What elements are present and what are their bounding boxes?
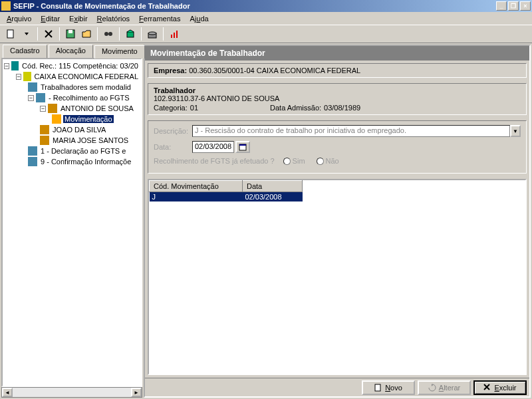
empresa-label: Empresa: (154, 66, 187, 74)
people-icon (28, 157, 37, 166)
tree-worker1[interactable]: ANTONIO DE SOUSA (59, 104, 135, 112)
grid-col-cod[interactable]: Cód. Movimentação (150, 181, 243, 192)
menu-relatorios[interactable]: Relatórios (93, 13, 134, 24)
person-icon (40, 125, 49, 134)
person-icon (40, 136, 49, 145)
expand-icon[interactable]: − (4, 63, 9, 69)
toolbar-binoculars-icon[interactable] (100, 27, 116, 41)
people-icon (36, 93, 45, 102)
people-icon (28, 146, 37, 156)
calendar-icon[interactable] (235, 141, 250, 153)
sim-label: Sim (293, 157, 305, 165)
svg-rect-8 (171, 35, 172, 38)
tree-root[interactable]: Cód. Rec.: 115 Competência: 03/20 (21, 62, 140, 70)
svg-rect-10 (176, 31, 178, 38)
toolbar-save-icon[interactable] (63, 27, 78, 41)
scroll-left-icon[interactable]: ◄ (2, 388, 13, 397)
tree-decl[interactable]: 1 - Declaração ao FGTS e (39, 147, 127, 155)
x-icon (483, 384, 491, 392)
svg-rect-13 (375, 384, 380, 391)
form-box: Descrição: J - Rescisão do contrato de t… (148, 120, 527, 174)
refresh-icon (428, 384, 436, 392)
radio-sim[interactable] (283, 158, 291, 165)
admissao-label: Data Admissão: (270, 104, 321, 112)
nao-label: Não (326, 157, 339, 165)
document-icon (374, 384, 382, 392)
tree-recolfgts[interactable]: - Recolhimento ao FGTS (47, 94, 131, 102)
menu-editar[interactable]: Editar (37, 13, 64, 24)
tree-empresa[interactable]: CAIXA ECONOMICA FEDERAL (33, 72, 140, 80)
menu-ajuda[interactable]: Ajuda (186, 13, 212, 24)
list-icon (11, 61, 19, 70)
alterar-label: lterar (444, 384, 460, 392)
data-input[interactable]: 02/03/2008 (192, 141, 234, 153)
toolbar-delete-icon[interactable] (41, 27, 57, 41)
toolbar-folder-icon[interactable] (78, 27, 94, 41)
toolbar-chart-icon[interactable] (166, 27, 182, 41)
alterar-button[interactable]: Alterar (418, 380, 471, 395)
recolhimento-label: Recolhimento de FGTS já efetuado ? (154, 157, 275, 165)
svg-rect-2 (68, 30, 72, 33)
tab-alocacao[interactable]: Alocação (49, 45, 93, 58)
tree-view[interactable]: − Cód. Rec.: 115 Competência: 03/20 − CA… (1, 58, 142, 387)
svg-point-7 (148, 32, 156, 35)
descricao-input[interactable]: J - Rescisão do contrato de trabalho por… (192, 125, 510, 137)
button-bar: Novo Alterar Excluir (145, 378, 529, 396)
expand-icon[interactable]: − (28, 95, 34, 101)
close-button[interactable]: × (520, 1, 531, 11)
svg-point-3 (104, 32, 108, 36)
grid-cell-data: 02/03/2008 (243, 192, 303, 202)
tree-worker2[interactable]: JOAO DA SILVA (51, 126, 107, 134)
movimentacao-grid[interactable]: Cód. Movimentação Data J 02/03/2008 (148, 179, 527, 375)
tab-movimento[interactable]: Movimento (94, 45, 145, 59)
expand-icon[interactable]: − (40, 106, 46, 112)
tree-worker3[interactable]: MARIA JOSE SANTOS (51, 136, 130, 144)
descricao-label: Descrição: (154, 127, 192, 135)
expand-icon[interactable]: − (16, 74, 21, 80)
grid-row[interactable]: J 02/03/2008 (150, 192, 303, 202)
menu-arquivo[interactable]: Arquivo (3, 13, 35, 24)
empresa-box: Empresa: 00.360.305/0001-04 CAIXA ECONOM… (148, 63, 527, 78)
excluir-label: xcluir (499, 384, 517, 392)
svg-rect-5 (127, 32, 134, 37)
tree-movimentacao[interactable]: Movimentação (63, 115, 114, 123)
left-pane: Cadastro Alocação Movimento − Cód. Rec.:… (0, 43, 144, 399)
building-icon (23, 72, 31, 81)
excluir-button[interactable]: Excluir (473, 380, 527, 395)
novo-button[interactable]: Novo (362, 380, 415, 395)
titlebar: SEFIP - Consulta de Movimentação de Trab… (0, 0, 532, 12)
toolbar-disk-icon[interactable] (144, 27, 160, 41)
restore-button[interactable]: ❐ (508, 1, 519, 11)
descricao-dropdown-icon[interactable]: ▼ (510, 125, 521, 137)
categoria-value: 01 (190, 104, 198, 112)
svg-rect-0 (7, 30, 13, 38)
admissao-value: 03/08/1989 (324, 104, 360, 112)
menu-ferramentas[interactable]: Ferramentas (135, 13, 184, 24)
tree-hscroll[interactable]: ◄ ► (1, 387, 142, 398)
tree-semmod[interactable]: Trabalhadores sem modalid (39, 83, 132, 91)
menubar: Arquivo Editar Exibir Relatórios Ferrame… (0, 12, 532, 25)
categoria-label: Categoria: (154, 104, 188, 112)
toolbar-new-icon[interactable] (3, 27, 19, 41)
grid-cell-cod: J (150, 192, 243, 202)
svg-point-4 (108, 32, 112, 36)
tab-strip: Cadastro Alocação Movimento (0, 43, 144, 58)
minimize-button[interactable]: _ (496, 1, 507, 11)
scroll-right-icon[interactable]: ► (131, 388, 142, 397)
panel-heading: Movimentação de Trabalhador (145, 46, 529, 61)
grid-col-data[interactable]: Data (243, 181, 303, 192)
tree-conf[interactable]: 9 - Confirmação Informaçõe (39, 158, 132, 166)
toolbar-dropdown-icon[interactable] (19, 27, 35, 41)
svg-rect-12 (239, 144, 246, 146)
empresa-value: 00.360.305/0001-04 CAIXA ECONOMICA FEDER… (189, 66, 360, 74)
trabalhador-box: Trabalhador 102.93110.37-6 ANTONIO DE SO… (148, 83, 527, 115)
trabalhador-label: Trabalhador (154, 86, 521, 94)
arrows-icon (52, 114, 61, 124)
menu-exibir[interactable]: Exibir (65, 13, 92, 24)
novo-label: ovo (390, 384, 402, 392)
window-title: SEFIP - Consulta de Movimentação de Trab… (13, 2, 496, 10)
toolbar-box-icon[interactable] (122, 27, 138, 41)
tab-cadastro[interactable]: Cadastro (3, 45, 47, 58)
radio-nao[interactable] (317, 158, 324, 165)
trabalhador-pis: 102.93110.37-6 ANTONIO DE SOUSA (154, 94, 521, 102)
